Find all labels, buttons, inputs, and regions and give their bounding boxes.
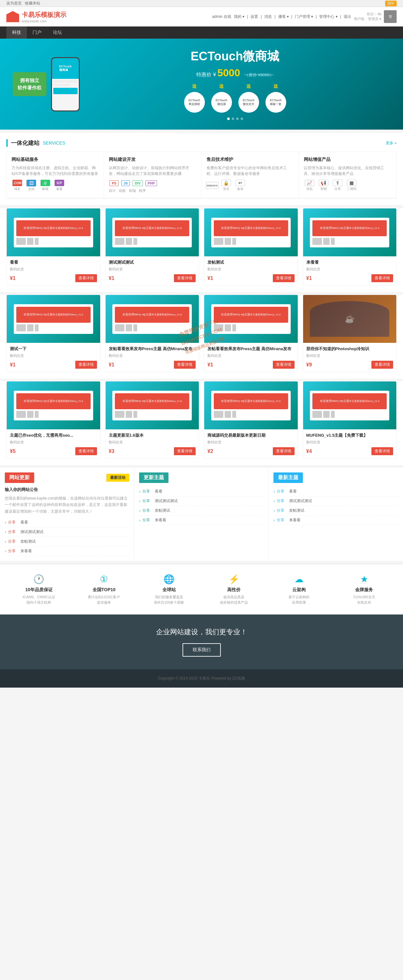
product-price-9: ¥5 (10, 449, 16, 454)
detail-btn-2[interactable]: 查看详情 (174, 274, 195, 282)
nav-item-forum[interactable]: 论坛 (47, 27, 68, 39)
list-item: 分享 测试测试测试 (139, 496, 263, 506)
product-price-1: ¥1 (10, 275, 16, 281)
hero-content: 拥有独立 软件著作权 ECTouch微商城 ECTouch微商城 特惠价 ¥ (0, 39, 403, 130)
my-link[interactable]: 我的 ▾ (234, 14, 244, 19)
new-activity-btn[interactable]: 最新活动 (106, 474, 129, 482)
product-footer-6: ¥1 查看详情 (109, 361, 196, 369)
detail-btn-9[interactable]: 查看详情 (75, 447, 97, 455)
product-img-5: 欢迎使用Merry wp主题本主题更新版到Merry_V1.8 (7, 295, 100, 343)
favorite-link[interactable]: 收藏本站 (25, 1, 40, 5)
detail-btn-5[interactable]: 查看详情 (75, 361, 97, 369)
detail-btn-6[interactable]: 查看详情 (174, 361, 195, 369)
hero-gifts: 送 ECTouch商业授权 送 ECTouch微信源 送 ECTouch微信支付… (86, 84, 384, 113)
product-price-4: ¥1 (306, 275, 312, 281)
detail-btn-3[interactable]: 查看详情 (273, 274, 295, 282)
dot-1[interactable] (227, 118, 230, 120)
website-update-col: 网站更新 最新活动 输入你的网站公告 您现在看到的www.kayile.com的… (0, 468, 134, 561)
detail-btn-4[interactable]: 查看详情 (371, 274, 393, 282)
hero-title: ECTouch微商城 (86, 48, 384, 64)
list-item: 分享 发帖测试 (273, 506, 398, 515)
gift-item-3: ECTouch微信支付 (238, 92, 259, 113)
phone-screen-bottom (52, 79, 79, 110)
products-row3-section: 欢迎使用Merry wp主题本主题更新版到Merry_V1.8 主题已作seo优… (0, 381, 403, 465)
podcast-link[interactable]: 播客 ▾ (278, 14, 289, 19)
product-card-11: 欢迎使用Merry wp主题本主题更新版到Merry_V1.8 商城源码交易最新… (204, 381, 298, 459)
product-info-9: 主题已作seo优化，无需再用seo... 数码欣赏 ¥5 查看详情 (7, 430, 100, 458)
cloud-icon: ☁ (267, 574, 332, 584)
list-item: 分享 来看看 (5, 547, 129, 556)
product-footer-10: ¥3 查看详情 (109, 447, 196, 455)
site-name: 卡易乐模板演示 (22, 11, 67, 19)
products-row1-grid: 欢迎使用Merry wp主题本主题更新版到Merry_V1.8 看看 数码欣赏 … (6, 208, 397, 286)
product-footer-7: ¥1 查看详情 (208, 361, 295, 369)
portal-admin-link[interactable]: 门户管理 ▾ (295, 14, 313, 19)
dot-4[interactable] (241, 118, 243, 120)
footer: Copyright © 2014-2015 卡易乐 Powered by DZ优… (0, 670, 403, 687)
admin-center-link[interactable]: 管理中心 ▾ (319, 14, 337, 19)
detail-btn-12[interactable]: 查看详情 (371, 447, 393, 455)
product-info-6: 发帖看看效果发布Press主题 高仿Mirana发布 数码欣赏 ¥1 查看详情 (106, 343, 199, 372)
services-more[interactable]: 更多 » (386, 140, 397, 146)
email-box: @ (41, 180, 50, 186)
latest-theme-title: 最新主题 (273, 473, 303, 483)
top10-title: 全国TOP10 (71, 587, 136, 593)
product-card-5: 欢迎使用Merry wp主题本主题更新版到Merry_V1.8 测试一下 数码欣… (6, 294, 100, 372)
product-info-2: 测试测试测试 数码欣赏 ¥1 查看详情 (106, 256, 199, 285)
detail-btn-1[interactable]: 查看详情 (75, 274, 97, 282)
contact-us-button[interactable]: 联系我们 (182, 643, 221, 657)
nav-item-tech[interactable]: 科技 (6, 27, 27, 39)
product-price-8: ¥9 (306, 362, 312, 368)
feature-global: 🌐 全球站 我们的服务覆盖及境外共100多个国家 (136, 574, 202, 605)
product-price-2: ¥1 (109, 275, 114, 281)
com-box: .COM (13, 180, 22, 186)
dot-3[interactable] (236, 118, 239, 120)
hero-center-area: ECTouch微商城 特惠价 ¥ 5000 （原价 ¥9000） 送 ECTou… (80, 48, 390, 120)
service-item-dev: 网站建设开发 从网页设计、动效设计、前端执行到网站程序开发，网站建设走完了策划策… (104, 152, 202, 198)
gift-item-4: ECTouch模板一套 (265, 92, 286, 113)
product-footer-3: ¥1 查看详情 (208, 274, 295, 282)
product-title-5: 测试一下 (10, 346, 97, 352)
services-header: 一体化建站 SERVICES 更多 » (6, 139, 397, 147)
product-price-3: ¥1 (208, 275, 213, 281)
top-bar: 设为首页 收藏本站 DIY (0, 0, 403, 7)
header: 卡易乐模板演示 www.kayile.com admin 在线 我的 ▾ | 设… (0, 7, 403, 27)
bottom-three-col: 网站更新 最新活动 输入你的网站公告 您现在看到的www.kayile.com的… (0, 468, 403, 561)
product-img-4: 欢迎使用Merry wp主题本主题更新版到Merry_V1.8 (303, 208, 397, 256)
dot-2[interactable] (232, 118, 234, 120)
product-footer-4: ¥1 查看详情 (306, 274, 393, 282)
website-desc: 您现在看到的www.kayile.com的模板，在该网站任何任何位置都可以建立一… (5, 495, 129, 515)
settings-link[interactable]: 设置 (251, 14, 258, 19)
hero-dots (86, 118, 384, 120)
product-devices-1 (16, 238, 90, 245)
security-box: 🔒 (221, 180, 231, 186)
hero-price: 5000 (217, 67, 240, 78)
logo-text: 卡易乐模板演示 www.kayile.com (22, 11, 67, 23)
service-title: 金牌服务 (332, 587, 397, 593)
detail-btn-7[interactable]: 查看详情 (273, 361, 295, 369)
send-label-3: 送 (246, 84, 251, 89)
detail-btn-11[interactable]: 查看详情 (273, 447, 295, 455)
diy-button[interactable]: DIY (385, 1, 397, 6)
messages-link[interactable]: 消息 (264, 14, 272, 19)
product-screen-1: 欢迎使用Merry wp主题本主题更新版到Merry_V1.8 (16, 220, 90, 236)
email-icon: @ 邮箱 (40, 180, 51, 191)
product-img-12: 欢迎使用Merry wp主题本主题更新版到Merry_V1.8 (303, 382, 397, 430)
product-info-12: MUFENG_v1.5主题【免费下载】 数码欣赏 ¥4 查看详情 (303, 430, 397, 458)
product-price-11: ¥2 (208, 449, 213, 454)
nav-item-portal[interactable]: 门户 (27, 27, 47, 39)
product-info-10: 主题更新至1.6版本 数码欣赏 ¥3 查看详情 (106, 430, 199, 458)
list-item: 分享 发帖测试 (5, 537, 129, 547)
price-title: 高性价 (202, 587, 267, 593)
set-homepage-link[interactable]: 设为首页 (6, 1, 22, 5)
latest-theme-list: 分享 看看 分享 测试测试测试 分享 发帖测试 分享 来看看 (273, 487, 398, 525)
product-mockup-4: 欢迎使用Merry wp主题本主题更新版到Merry_V1.8 (310, 218, 389, 247)
detail-btn-10[interactable]: 查看详情 (174, 447, 195, 455)
service-icons-2: PS JS DIV PHP (109, 180, 196, 187)
detail-btn-8[interactable]: 查看详情 (371, 361, 393, 369)
list-item: 分享 看看 (5, 518, 129, 527)
website-update-title: 网站更新 (5, 473, 34, 483)
list-item: 分享 测试测试测试 (5, 527, 129, 537)
logout-link[interactable]: 退出 (344, 14, 351, 19)
product-card-4: 欢迎使用Merry wp主题本主题更新版到Merry_V1.8 来看看 数码欣赏… (303, 208, 397, 286)
